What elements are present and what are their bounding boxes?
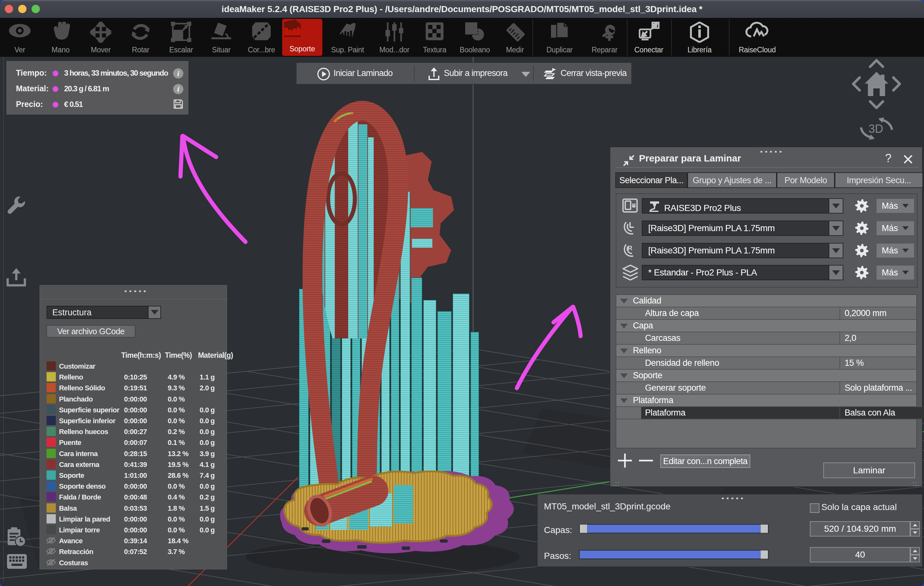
svg-text:3D: 3D <box>868 122 883 135</box>
svg-text:i: i <box>177 85 180 93</box>
svg-text:R: R <box>628 245 633 252</box>
svg-text:i: i <box>177 69 180 78</box>
